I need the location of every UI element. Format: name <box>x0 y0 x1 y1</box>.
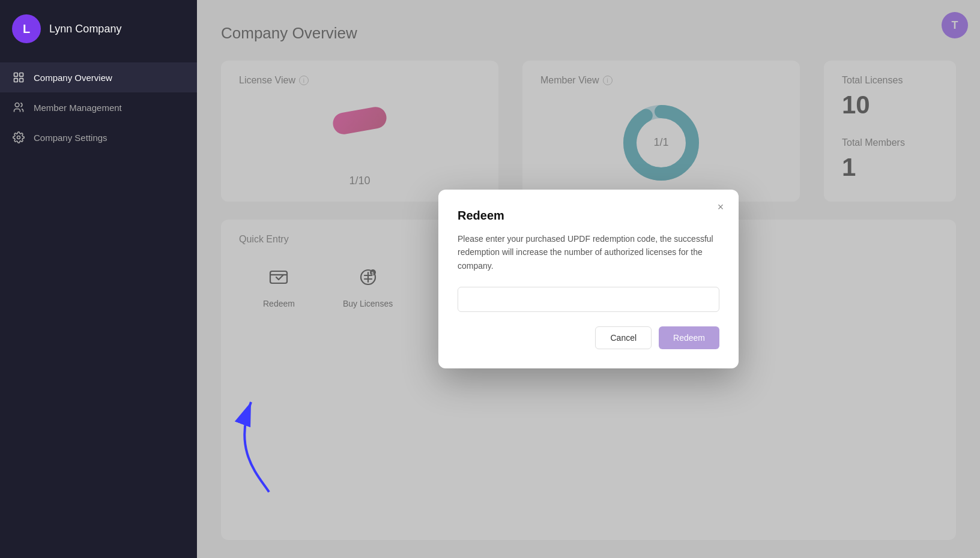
sidebar-item-label: Company Settings <box>34 133 107 143</box>
company-avatar: L <box>12 14 41 43</box>
members-icon <box>12 101 25 114</box>
sidebar-item-member-management[interactable]: Member Management <box>0 92 197 122</box>
sidebar-item-company-settings[interactable]: Company Settings <box>0 122 197 152</box>
main-content-area: T Company Overview License View i 1/10 <box>197 0 980 558</box>
arrow-annotation <box>215 378 287 498</box>
overview-icon <box>12 71 25 84</box>
redeem-button[interactable]: Redeem <box>659 326 719 349</box>
modal-backdrop: × Redeem Please enter your purchased UPD… <box>197 0 980 558</box>
modal-description: Please enter your purchased UPDF redempt… <box>458 232 719 272</box>
settings-icon <box>12 131 25 144</box>
svg-point-4 <box>15 103 19 107</box>
svg-rect-1 <box>20 73 23 77</box>
svg-point-5 <box>17 136 20 139</box>
svg-rect-0 <box>14 73 18 77</box>
sidebar: L Lynn Company Company Overview <box>0 0 197 558</box>
modal-close-button[interactable]: × <box>712 199 729 216</box>
sidebar-item-label: Company Overview <box>34 73 112 83</box>
company-name: Lynn Company <box>49 23 121 35</box>
sidebar-item-label: Member Management <box>34 103 122 113</box>
redeem-modal: × Redeem Please enter your purchased UPD… <box>438 190 739 368</box>
redemption-code-input[interactable] <box>458 287 719 312</box>
modal-title: Redeem <box>458 209 719 223</box>
modal-buttons: Cancel Redeem <box>458 326 719 349</box>
svg-rect-2 <box>14 79 18 82</box>
sidebar-nav: Company Overview Member Management <box>0 58 197 157</box>
svg-rect-3 <box>20 79 23 82</box>
sidebar-item-company-overview[interactable]: Company Overview <box>0 62 197 92</box>
sidebar-header: L Lynn Company <box>0 0 197 58</box>
cancel-button[interactable]: Cancel <box>595 326 652 349</box>
